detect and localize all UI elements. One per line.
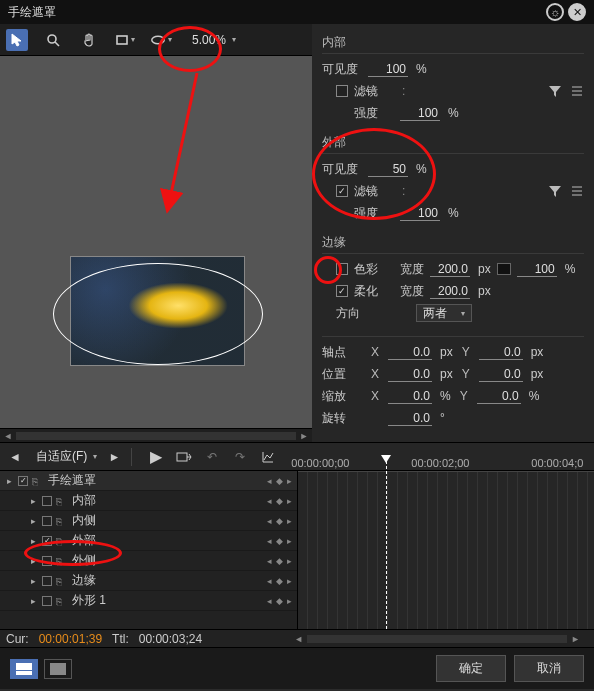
track-checkbox[interactable] <box>42 576 52 586</box>
outer-filter-checkbox[interactable] <box>336 185 348 197</box>
track-checkbox[interactable] <box>42 596 52 606</box>
track-row[interactable]: ▸⎘手绘遮罩◂◆▸ <box>0 471 297 491</box>
edge-color-swatch[interactable] <box>497 263 511 275</box>
track-row[interactable]: ▸⎘外侧◂◆▸ <box>0 551 297 571</box>
scroll-right[interactable]: ► <box>299 431 309 441</box>
inner-filter-label: 滤镜 <box>354 83 394 100</box>
expand-icon[interactable]: ▸ <box>28 596 38 606</box>
ok-button[interactable]: 确定 <box>436 655 506 682</box>
track-row[interactable]: ▸⎘内部◂◆▸ <box>0 491 297 511</box>
kf-marker[interactable]: ◆ <box>275 596 283 606</box>
rect-tool[interactable]: ▾ <box>114 29 136 51</box>
expand-icon[interactable]: ▸ <box>28 516 38 526</box>
play-button[interactable]: ▶ <box>145 446 167 468</box>
scale-x[interactable]: 0.0 <box>388 389 432 404</box>
kf-next[interactable]: ▸ <box>285 556 293 566</box>
expand-icon[interactable]: ▸ <box>28 496 38 506</box>
ellipse-tool[interactable]: ▾ <box>150 29 172 51</box>
pointer-tool[interactable] <box>6 29 28 51</box>
filter-icon[interactable] <box>548 84 562 98</box>
kf-marker[interactable]: ◆ <box>275 496 283 506</box>
edge-color-percent[interactable]: 100 <box>517 262 557 277</box>
expand-icon[interactable]: ▸ <box>28 576 38 586</box>
kf-marker[interactable]: ◆ <box>275 556 283 566</box>
loop-button[interactable] <box>173 446 195 468</box>
edge-color-checkbox[interactable] <box>336 263 348 275</box>
edge-soft-checkbox[interactable] <box>336 285 348 297</box>
close-button[interactable]: ✕ <box>568 3 586 21</box>
inner-strength-value[interactable]: 100 <box>400 106 440 121</box>
pivot-y[interactable]: 0.0 <box>479 345 523 360</box>
inner-filter-checkbox[interactable] <box>336 85 348 97</box>
redo-button[interactable]: ↷ <box>229 446 251 468</box>
kf-marker[interactable]: ◆ <box>275 476 283 486</box>
list-icon[interactable] <box>570 84 584 98</box>
scroll-track[interactable] <box>307 635 567 643</box>
track-row[interactable]: ▸⎘外形 1◂◆▸ <box>0 591 297 611</box>
mask-ellipse[interactable] <box>53 263 263 365</box>
position-x[interactable]: 0.0 <box>388 367 432 382</box>
kf-next[interactable]: ▸ <box>285 476 293 486</box>
scale-y[interactable]: 0.0 <box>477 389 521 404</box>
kf-prev[interactable]: ◂ <box>265 556 273 566</box>
timeline-body: ▸⎘手绘遮罩◂◆▸▸⎘内部◂◆▸▸⎘内侧◂◆▸▸⎘外部◂◆▸▸⎘外侧◂◆▸▸⎘边… <box>0 471 594 629</box>
keyframe-nav: ◂◆▸ <box>265 516 293 526</box>
kf-prev[interactable]: ◂ <box>265 476 273 486</box>
inner-visibility-value[interactable]: 100 <box>368 62 408 77</box>
graph-button[interactable] <box>257 446 279 468</box>
kf-next[interactable]: ▸ <box>285 516 293 526</box>
kf-prev[interactable]: ◂ <box>265 516 273 526</box>
kf-next[interactable]: ▸ <box>285 576 293 586</box>
edge-direction-select[interactable]: 两者 ▾ <box>416 304 472 322</box>
preview-canvas[interactable] <box>0 56 312 428</box>
track-row[interactable]: ▸⎘外部◂◆▸ <box>0 531 297 551</box>
track-row[interactable]: ▸⎘边缘◂◆▸ <box>0 571 297 591</box>
expand-icon[interactable]: ▸ <box>4 476 14 486</box>
outer-visibility-value[interactable]: 50 <box>368 162 408 177</box>
view-single-button[interactable] <box>44 659 72 679</box>
cancel-button[interactable]: 取消 <box>514 655 584 682</box>
scroll-left[interactable]: ◄ <box>294 634 303 644</box>
tl-fit-select[interactable]: 自适应(F) ▾ <box>36 448 97 465</box>
kf-prev[interactable]: ◂ <box>265 536 273 546</box>
expand-icon[interactable]: ▸ <box>28 556 38 566</box>
hand-tool[interactable] <box>78 29 100 51</box>
filter-icon[interactable] <box>548 184 562 198</box>
inner-strength-label: 强度 <box>354 105 394 122</box>
kf-prev[interactable]: ◂ <box>265 576 273 586</box>
scroll-right[interactable]: ► <box>571 634 580 644</box>
outer-strength-value[interactable]: 100 <box>400 206 440 221</box>
kf-marker[interactable]: ◆ <box>275 576 283 586</box>
scroll-left[interactable]: ◄ <box>3 431 13 441</box>
track-checkbox[interactable] <box>42 536 52 546</box>
kf-prev[interactable]: ◂ <box>265 496 273 506</box>
zoom-tool[interactable] <box>42 29 64 51</box>
tl-scroll-left[interactable]: ◄ <box>4 446 26 468</box>
kf-next[interactable]: ▸ <box>285 596 293 606</box>
kf-next[interactable]: ▸ <box>285 536 293 546</box>
help-button[interactable]: ☼ <box>546 3 564 21</box>
track-checkbox[interactable] <box>42 516 52 526</box>
list-icon[interactable] <box>570 184 584 198</box>
kf-prev[interactable]: ◂ <box>265 596 273 606</box>
tl-scroll-right[interactable]: ► <box>103 446 125 468</box>
undo-button[interactable]: ↶ <box>201 446 223 468</box>
zoom-level[interactable]: 5.00% ▾ <box>192 33 236 47</box>
track-checkbox[interactable] <box>42 496 52 506</box>
pivot-x[interactable]: 0.0 <box>388 345 432 360</box>
expand-icon[interactable]: ▸ <box>28 536 38 546</box>
rotation-value[interactable]: 0.0 <box>388 411 432 426</box>
view-split-button[interactable] <box>10 659 38 679</box>
position-y[interactable]: 0.0 <box>479 367 523 382</box>
track-checkbox[interactable] <box>42 556 52 566</box>
timeline-area[interactable] <box>298 471 594 629</box>
kf-next[interactable]: ▸ <box>285 496 293 506</box>
kf-marker[interactable]: ◆ <box>275 516 283 526</box>
scroll-track[interactable] <box>16 432 296 440</box>
track-row[interactable]: ▸⎘内侧◂◆▸ <box>0 511 297 531</box>
edge-soft-width-value[interactable]: 200.0 <box>430 284 470 299</box>
loop-icon <box>176 450 192 464</box>
edge-color-width-value[interactable]: 200.0 <box>430 262 470 277</box>
kf-marker[interactable]: ◆ <box>275 536 283 546</box>
track-checkbox[interactable] <box>18 476 28 486</box>
